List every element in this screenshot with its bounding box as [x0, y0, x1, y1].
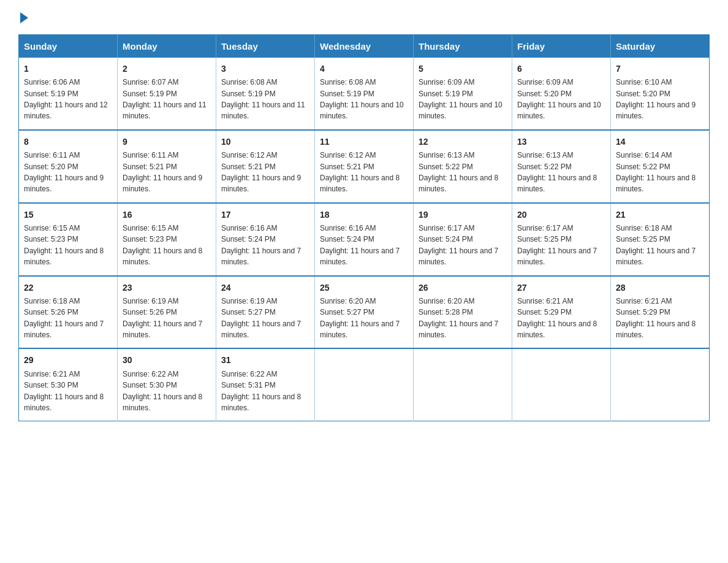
- calendar-cell: 9Sunrise: 6:11 AMSunset: 5:21 PMDaylight…: [118, 130, 216, 203]
- header-day-monday: Monday: [118, 35, 216, 58]
- day-info: Sunrise: 6:18 AMSunset: 5:25 PMDaylight:…: [616, 224, 696, 266]
- header-day-saturday: Saturday: [611, 35, 710, 58]
- day-number: 22: [24, 282, 112, 294]
- calendar-week-row: 1Sunrise: 6:06 AMSunset: 5:19 PMDaylight…: [19, 58, 710, 130]
- day-info: Sunrise: 6:11 AMSunset: 5:21 PMDaylight:…: [123, 151, 202, 193]
- day-info: Sunrise: 6:12 AMSunset: 5:21 PMDaylight:…: [320, 151, 400, 193]
- calendar-cell: 16Sunrise: 6:15 AMSunset: 5:23 PMDayligh…: [118, 203, 216, 276]
- day-info: Sunrise: 6:06 AMSunset: 5:19 PMDaylight:…: [24, 78, 108, 120]
- day-number: 27: [517, 282, 605, 294]
- logo-triangle-icon: [20, 12, 28, 23]
- day-number: 11: [320, 136, 408, 148]
- day-info: Sunrise: 6:08 AMSunset: 5:19 PMDaylight:…: [221, 78, 305, 120]
- day-number: 26: [419, 282, 507, 294]
- day-number: 28: [616, 282, 704, 294]
- day-info: Sunrise: 6:11 AMSunset: 5:20 PMDaylight:…: [24, 151, 104, 193]
- calendar-cell: 7Sunrise: 6:10 AMSunset: 5:20 PMDaylight…: [611, 58, 710, 130]
- calendar-cell: 31Sunrise: 6:22 AMSunset: 5:31 PMDayligh…: [216, 348, 315, 421]
- day-info: Sunrise: 6:21 AMSunset: 5:30 PMDaylight:…: [24, 370, 104, 412]
- day-info: Sunrise: 6:16 AMSunset: 5:24 PMDaylight:…: [320, 224, 400, 266]
- calendar-cell: 10Sunrise: 6:12 AMSunset: 5:21 PMDayligh…: [216, 130, 315, 203]
- day-info: Sunrise: 6:09 AMSunset: 5:19 PMDaylight:…: [419, 78, 502, 120]
- calendar-cell: 22Sunrise: 6:18 AMSunset: 5:26 PMDayligh…: [19, 276, 118, 349]
- header-day-sunday: Sunday: [19, 35, 118, 58]
- day-number: 14: [616, 136, 704, 148]
- logo: [18, 12, 28, 23]
- calendar-cell: 28Sunrise: 6:21 AMSunset: 5:29 PMDayligh…: [611, 276, 710, 349]
- day-info: Sunrise: 6:18 AMSunset: 5:26 PMDaylight:…: [24, 297, 104, 339]
- day-number: 23: [123, 282, 211, 294]
- day-number: 19: [419, 209, 507, 221]
- day-number: 18: [320, 209, 408, 221]
- calendar-cell: 26Sunrise: 6:20 AMSunset: 5:28 PMDayligh…: [414, 276, 512, 349]
- calendar-week-row: 15Sunrise: 6:15 AMSunset: 5:23 PMDayligh…: [19, 203, 710, 276]
- day-number: 9: [123, 136, 211, 148]
- header-day-friday: Friday: [512, 35, 611, 58]
- day-info: Sunrise: 6:15 AMSunset: 5:23 PMDaylight:…: [123, 224, 202, 266]
- calendar-cell: [414, 348, 512, 421]
- day-info: Sunrise: 6:08 AMSunset: 5:19 PMDaylight:…: [320, 78, 404, 120]
- day-number: 10: [221, 136, 309, 148]
- header-day-tuesday: Tuesday: [216, 35, 315, 58]
- day-number: 2: [123, 63, 211, 75]
- day-number: 12: [419, 136, 507, 148]
- day-info: Sunrise: 6:10 AMSunset: 5:20 PMDaylight:…: [616, 78, 696, 120]
- calendar-cell: 18Sunrise: 6:16 AMSunset: 5:24 PMDayligh…: [315, 203, 414, 276]
- day-info: Sunrise: 6:22 AMSunset: 5:30 PMDaylight:…: [123, 370, 202, 412]
- day-info: Sunrise: 6:15 AMSunset: 5:23 PMDaylight:…: [24, 224, 104, 266]
- day-number: 13: [517, 136, 605, 148]
- day-number: 24: [221, 282, 309, 294]
- day-info: Sunrise: 6:13 AMSunset: 5:22 PMDaylight:…: [419, 151, 498, 193]
- calendar-cell: 8Sunrise: 6:11 AMSunset: 5:20 PMDaylight…: [19, 130, 118, 203]
- header-day-wednesday: Wednesday: [315, 35, 414, 58]
- calendar-cell: 11Sunrise: 6:12 AMSunset: 5:21 PMDayligh…: [315, 130, 414, 203]
- day-info: Sunrise: 6:17 AMSunset: 5:25 PMDaylight:…: [517, 224, 597, 266]
- calendar-cell: 20Sunrise: 6:17 AMSunset: 5:25 PMDayligh…: [512, 203, 611, 276]
- day-info: Sunrise: 6:19 AMSunset: 5:26 PMDaylight:…: [123, 297, 202, 339]
- day-info: Sunrise: 6:14 AMSunset: 5:22 PMDaylight:…: [616, 151, 696, 193]
- calendar-cell: 23Sunrise: 6:19 AMSunset: 5:26 PMDayligh…: [118, 276, 216, 349]
- day-number: 30: [123, 354, 211, 366]
- calendar-header-row: SundayMondayTuesdayWednesdayThursdayFrid…: [19, 35, 710, 58]
- day-number: 17: [221, 209, 309, 221]
- calendar-cell: 15Sunrise: 6:15 AMSunset: 5:23 PMDayligh…: [19, 203, 118, 276]
- day-number: 29: [24, 354, 112, 366]
- calendar-cell: 14Sunrise: 6:14 AMSunset: 5:22 PMDayligh…: [611, 130, 710, 203]
- day-info: Sunrise: 6:20 AMSunset: 5:28 PMDaylight:…: [419, 297, 498, 339]
- day-info: Sunrise: 6:13 AMSunset: 5:22 PMDaylight:…: [517, 151, 597, 193]
- calendar-cell: 4Sunrise: 6:08 AMSunset: 5:19 PMDaylight…: [315, 58, 414, 130]
- calendar-cell: 17Sunrise: 6:16 AMSunset: 5:24 PMDayligh…: [216, 203, 315, 276]
- calendar-cell: 25Sunrise: 6:20 AMSunset: 5:27 PMDayligh…: [315, 276, 414, 349]
- day-info: Sunrise: 6:07 AMSunset: 5:19 PMDaylight:…: [123, 78, 207, 120]
- day-info: Sunrise: 6:19 AMSunset: 5:27 PMDaylight:…: [221, 297, 301, 339]
- page-header: [18, 12, 710, 23]
- calendar-cell: 24Sunrise: 6:19 AMSunset: 5:27 PMDayligh…: [216, 276, 315, 349]
- day-number: 25: [320, 282, 408, 294]
- calendar-cell: 27Sunrise: 6:21 AMSunset: 5:29 PMDayligh…: [512, 276, 611, 349]
- day-info: Sunrise: 6:21 AMSunset: 5:29 PMDaylight:…: [616, 297, 696, 339]
- day-number: 7: [616, 63, 704, 75]
- logo-blue-text: [18, 12, 28, 22]
- day-info: Sunrise: 6:12 AMSunset: 5:21 PMDaylight:…: [221, 151, 301, 193]
- day-info: Sunrise: 6:22 AMSunset: 5:31 PMDaylight:…: [221, 370, 301, 412]
- day-info: Sunrise: 6:16 AMSunset: 5:24 PMDaylight:…: [221, 224, 301, 266]
- calendar-cell: 29Sunrise: 6:21 AMSunset: 5:30 PMDayligh…: [19, 348, 118, 421]
- day-number: 31: [221, 354, 309, 366]
- day-number: 5: [419, 63, 507, 75]
- calendar-cell: 19Sunrise: 6:17 AMSunset: 5:24 PMDayligh…: [414, 203, 512, 276]
- day-number: 16: [123, 209, 211, 221]
- calendar-week-row: 8Sunrise: 6:11 AMSunset: 5:20 PMDaylight…: [19, 130, 710, 203]
- day-number: 15: [24, 209, 112, 221]
- day-info: Sunrise: 6:21 AMSunset: 5:29 PMDaylight:…: [517, 297, 597, 339]
- calendar-cell: 30Sunrise: 6:22 AMSunset: 5:30 PMDayligh…: [118, 348, 216, 421]
- header-day-thursday: Thursday: [414, 35, 512, 58]
- day-number: 4: [320, 63, 408, 75]
- calendar-week-row: 29Sunrise: 6:21 AMSunset: 5:30 PMDayligh…: [19, 348, 710, 421]
- calendar-cell: 5Sunrise: 6:09 AMSunset: 5:19 PMDaylight…: [414, 58, 512, 130]
- calendar-cell: [315, 348, 414, 421]
- calendar-cell: [512, 348, 611, 421]
- calendar-cell: 3Sunrise: 6:08 AMSunset: 5:19 PMDaylight…: [216, 58, 315, 130]
- day-info: Sunrise: 6:20 AMSunset: 5:27 PMDaylight:…: [320, 297, 400, 339]
- day-number: 1: [24, 63, 112, 75]
- calendar-cell: 2Sunrise: 6:07 AMSunset: 5:19 PMDaylight…: [118, 58, 216, 130]
